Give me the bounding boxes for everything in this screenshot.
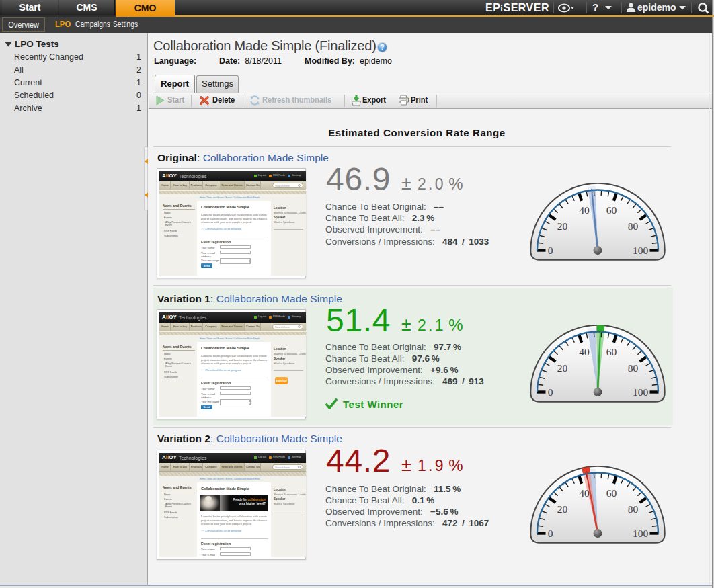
svg-text:80: 80 xyxy=(628,503,639,515)
svg-text:20: 20 xyxy=(557,362,568,374)
svg-text:80: 80 xyxy=(628,362,639,374)
svg-text:0: 0 xyxy=(548,386,553,398)
svg-text:40: 40 xyxy=(579,487,590,499)
svg-text:80: 80 xyxy=(628,220,639,232)
svg-text:100: 100 xyxy=(633,386,649,398)
svg-text:60: 60 xyxy=(606,346,617,358)
svg-text:40: 40 xyxy=(579,346,590,358)
svg-text:40: 40 xyxy=(579,204,590,216)
svg-text:20: 20 xyxy=(557,503,568,515)
svg-text:0: 0 xyxy=(548,245,553,256)
svg-text:60: 60 xyxy=(606,204,617,216)
svg-text:100: 100 xyxy=(633,528,649,539)
svg-text:0: 0 xyxy=(548,528,553,539)
svg-text:20: 20 xyxy=(557,220,568,232)
svg-text:60: 60 xyxy=(606,487,617,499)
svg-text:100: 100 xyxy=(633,245,649,256)
svg-text:?: ? xyxy=(380,44,384,51)
